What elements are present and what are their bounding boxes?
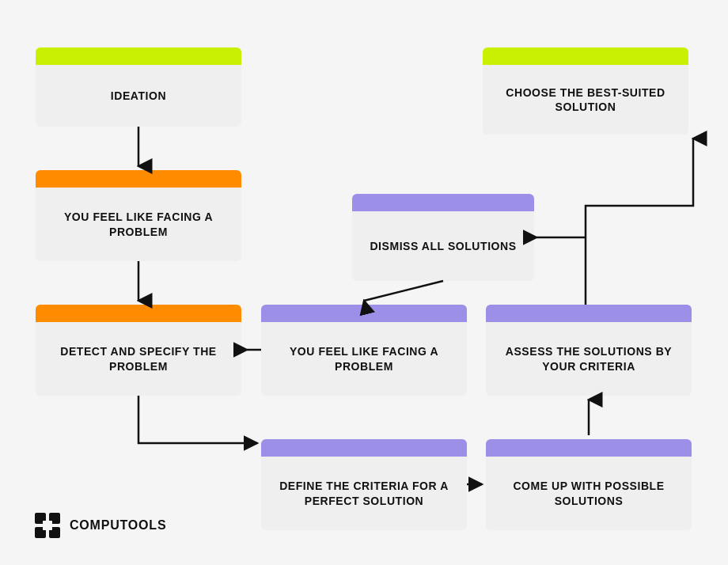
card-label-define: DEFINE THE CRITERIA FOR A PERFECT SOLUTI… — [261, 457, 467, 530]
card-label-detect: DETECT AND SPECIFY THE PROBLEM — [36, 322, 241, 396]
card-label-come-up: COME UP WITH POSSIBLE SOLUTIONS — [486, 457, 692, 530]
card-feel-problem-top: YOU FEEL LIKE FACING A PROBLEM — [36, 170, 241, 261]
card-assess: ASSESS THE SOLUTIONS BY YOUR CRITERIA — [486, 305, 692, 396]
card-accent-feel-top — [36, 170, 241, 188]
card-accent-dismiss — [352, 194, 534, 211]
computools-logo-icon — [32, 510, 63, 541]
card-label-dismiss: DISMISS ALL SOLUTIONS — [352, 211, 534, 281]
card-accent-feel-mid — [261, 305, 467, 322]
diagram-container: IDEATION YOU FEEL LIKE FACING A PROBLEM … — [0, 0, 728, 565]
card-dismiss: DISMISS ALL SOLUTIONS — [352, 194, 534, 281]
card-accent-come-up — [486, 439, 692, 457]
card-accent-assess — [486, 305, 692, 322]
card-feel-problem-mid: YOU FEEL LIKE FACING A PROBLEM — [261, 305, 467, 396]
card-accent-detect — [36, 305, 241, 322]
svg-rect-8 — [43, 521, 52, 530]
arrow-detect-to-define — [138, 396, 257, 443]
arrow-dismiss-to-feel-mid — [364, 281, 443, 301]
card-choose-best: CHOOSE THE BEST-SUITED SOLUTION — [483, 47, 688, 135]
arrow-assess-to-choose — [586, 138, 693, 305]
card-detect-problem: DETECT AND SPECIFY THE PROBLEM — [36, 305, 241, 396]
card-label-choose: CHOOSE THE BEST-SUITED SOLUTION — [483, 65, 688, 135]
card-define-criteria: DEFINE THE CRITERIA FOR A PERFECT SOLUTI… — [261, 439, 467, 530]
card-come-up: COME UP WITH POSSIBLE SOLUTIONS — [486, 439, 692, 530]
card-accent-choose — [483, 47, 688, 65]
card-accent-ideation — [36, 47, 241, 65]
logo-text: COMPUTOOLS — [70, 518, 166, 533]
card-label-feel-top: YOU FEEL LIKE FACING A PROBLEM — [36, 188, 241, 261]
card-ideation: IDEATION — [36, 47, 241, 127]
card-label-feel-mid: YOU FEEL LIKE FACING A PROBLEM — [261, 322, 467, 396]
card-label-assess: ASSESS THE SOLUTIONS BY YOUR CRITERIA — [486, 322, 692, 396]
logo: COMPUTOOLS — [32, 510, 166, 541]
card-label-ideation: IDEATION — [36, 65, 241, 127]
card-accent-define — [261, 439, 467, 457]
